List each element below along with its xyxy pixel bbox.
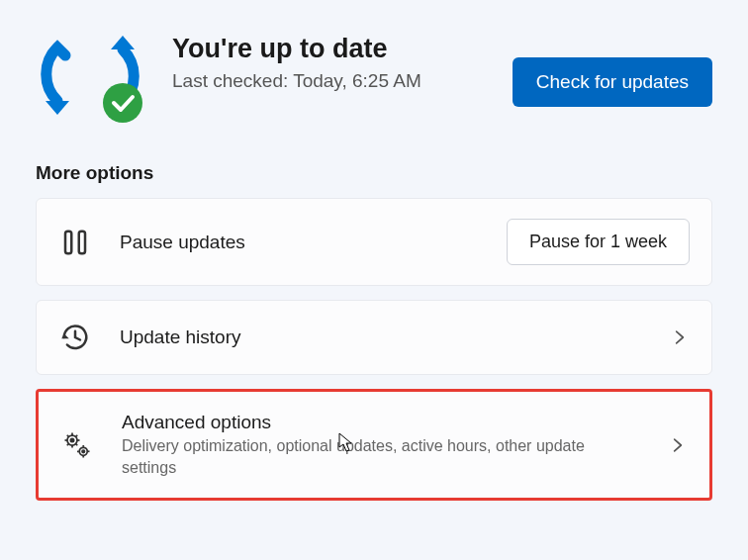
svg-point-7 xyxy=(70,438,73,441)
history-icon xyxy=(58,321,92,354)
update-status-row: You're up to date Last checked: Today, 6… xyxy=(36,28,712,123)
gears-icon xyxy=(60,428,94,462)
chevron-right-icon xyxy=(668,435,688,455)
svg-rect-4 xyxy=(79,231,85,253)
advanced-body: Advanced options Delivery optimization, … xyxy=(122,412,640,478)
svg-line-14 xyxy=(76,434,78,436)
chevron-right-icon xyxy=(670,327,690,347)
advanced-options-row[interactable]: Advanced options Delivery optimization, … xyxy=(36,389,712,501)
svg-line-13 xyxy=(76,443,78,445)
status-title: You're up to date xyxy=(172,34,485,64)
sync-check-icon xyxy=(36,28,144,123)
svg-marker-1 xyxy=(111,36,135,49)
svg-point-2 xyxy=(103,83,142,123)
check-for-updates-button[interactable]: Check for updates xyxy=(513,57,712,107)
history-body: Update history xyxy=(120,327,642,348)
svg-line-12 xyxy=(67,434,69,436)
update-history-row[interactable]: Update history xyxy=(36,300,712,375)
pause-title: Pause updates xyxy=(120,232,479,253)
pause-icon xyxy=(58,226,92,259)
history-title: Update history xyxy=(120,327,642,348)
svg-rect-3 xyxy=(65,231,71,253)
pause-updates-row[interactable]: Pause updates Pause for 1 week xyxy=(36,198,712,286)
status-text-block: You're up to date Last checked: Today, 6… xyxy=(172,28,485,94)
advanced-subtitle: Delivery optimization, optional updates,… xyxy=(122,435,597,478)
svg-marker-0 xyxy=(46,101,69,115)
svg-point-17 xyxy=(82,450,85,453)
svg-line-15 xyxy=(67,443,69,445)
advanced-title: Advanced options xyxy=(122,412,640,433)
status-subtitle: Last checked: Today, 6:25 AM xyxy=(172,68,485,94)
pause-for-1-week-button[interactable]: Pause for 1 week xyxy=(507,219,690,265)
more-options-heading: More options xyxy=(36,162,712,184)
pause-body: Pause updates xyxy=(120,232,479,253)
